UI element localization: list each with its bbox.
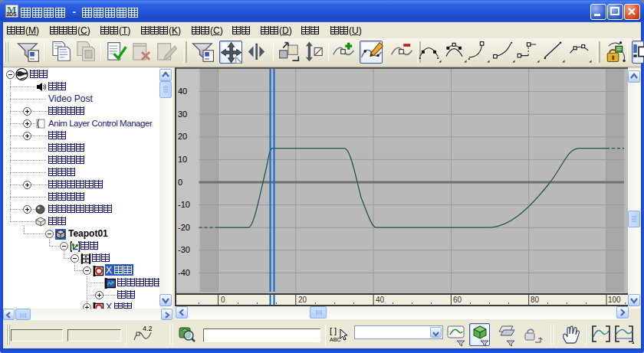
- svg-text:-30: -30: [178, 245, 190, 254]
- svg-text:20: 20: [298, 296, 307, 304]
- svg-text:0: 0: [221, 296, 225, 304]
- svg-text:60: 60: [453, 296, 462, 304]
- svg-text:0: 0: [178, 178, 182, 187]
- svg-text:40: 40: [376, 296, 385, 304]
- svg-text:4.2: 4.2: [143, 325, 153, 332]
- svg-text:20: 20: [178, 132, 187, 141]
- svg-text:ABC: ABC: [330, 337, 340, 342]
- svg-text:[ ]: [ ]: [330, 326, 337, 335]
- svg-text:100: 100: [608, 296, 621, 304]
- svg-text:10: 10: [178, 155, 187, 164]
- svg-text:80: 80: [531, 296, 540, 304]
- svg-text:30: 30: [178, 109, 187, 119]
- svg-text:-10: -10: [178, 200, 190, 209]
- svg-text:-20: -20: [178, 223, 190, 232]
- svg-text:-40: -40: [178, 268, 190, 277]
- svg-text:40: 40: [178, 87, 187, 96]
